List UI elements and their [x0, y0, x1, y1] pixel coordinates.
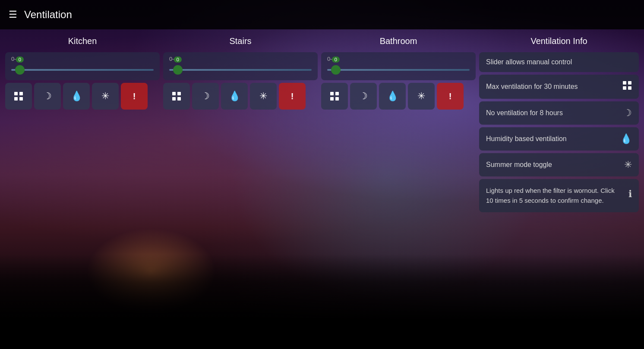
- info-card-filter[interactable]: Lights up red when the filter is wornout…: [479, 179, 639, 212]
- svg-rect-13: [628, 81, 631, 85]
- kitchen-buttons: ☽ 💧 ✳ !: [5, 83, 160, 110]
- svg-rect-2: [14, 97, 18, 101]
- kitchen-slider-container: 0–3 0: [5, 52, 160, 80]
- kitchen-slider-thumb[interactable]: 0: [15, 65, 25, 75]
- kitchen-btn-alert[interactable]: !: [121, 83, 148, 110]
- bathroom-slider-track: 0: [327, 69, 470, 71]
- menu-icon[interactable]: ☰: [9, 10, 17, 19]
- bathroom-btn-alert[interactable]: !: [437, 83, 464, 110]
- bathroom-slider-badge: 0: [332, 57, 340, 63]
- info-card-manual-text: Slider allows manual control: [486, 58, 572, 66]
- stairs-buttons: ☽ 💧 ✳ !: [163, 83, 318, 110]
- info-card-max-ventilation-text: Max ventilation for 30 minutes: [486, 83, 578, 91]
- info-panel-title: Ventilation Info: [479, 35, 639, 50]
- bathroom-btn-drop[interactable]: 💧: [379, 83, 406, 110]
- stairs-title: Stairs: [163, 35, 318, 50]
- bathroom-slider-label: 0–3: [327, 56, 470, 62]
- svg-rect-10: [330, 97, 334, 101]
- summer-mode-sun-icon: ✳: [624, 159, 632, 170]
- svg-rect-6: [172, 97, 176, 101]
- info-card-humidity[interactable]: Humidity based ventilation 💧: [479, 127, 639, 151]
- stairs-slider-badge: 0: [174, 57, 182, 63]
- humidity-drop-icon: 💧: [620, 133, 632, 145]
- kitchen-btn-moon[interactable]: ☽: [34, 83, 61, 110]
- no-ventilation-moon-icon: ☽: [623, 107, 632, 119]
- stairs-btn-moon[interactable]: ☽: [192, 83, 219, 110]
- stairs-btn-drop[interactable]: 💧: [221, 83, 248, 110]
- stairs-slider-track: 0: [169, 69, 312, 71]
- stairs-btn-grid[interactable]: [163, 83, 190, 110]
- svg-rect-15: [628, 86, 631, 90]
- bathroom-title: Bathroom: [321, 35, 476, 50]
- stairs-slider-label: 0–3: [169, 56, 312, 62]
- stairs-btn-alert[interactable]: !: [279, 83, 306, 110]
- bathroom-buttons: ☽ 💧 ✳ !: [321, 83, 476, 110]
- bathroom-btn-sun[interactable]: ✳: [408, 83, 435, 110]
- app-title: Ventilation: [24, 9, 72, 21]
- svg-rect-5: [177, 92, 181, 95]
- info-card-manual[interactable]: Slider allows manual control: [479, 52, 639, 72]
- stairs-slider-container: 0–3 0: [163, 52, 318, 80]
- stairs-slider-wrapper[interactable]: 0: [169, 64, 312, 76]
- svg-rect-14: [623, 86, 626, 90]
- kitchen-btn-grid[interactable]: [5, 83, 32, 110]
- main-content: Kitchen 0–3 0 ☽ 💧 ✳: [0, 29, 644, 349]
- info-card-humidity-text: Humidity based ventilation: [486, 135, 567, 143]
- kitchen-slider-label: 0–3: [11, 56, 154, 62]
- stairs-zone: Stairs 0–3 0 ☽ 💧 ✳ !: [163, 35, 318, 344]
- info-card-filter-text: Lights up red when the filter is wornout…: [486, 186, 623, 205]
- svg-rect-7: [177, 97, 181, 101]
- bathroom-slider-wrapper[interactable]: 0: [327, 64, 470, 76]
- kitchen-btn-drop[interactable]: 💧: [63, 83, 90, 110]
- bathroom-zone: Bathroom 0–3 0 ☽ 💧 ✳ !: [321, 35, 476, 344]
- info-card-max-ventilation[interactable]: Max ventilation for 30 minutes: [479, 75, 639, 99]
- svg-rect-0: [14, 92, 18, 95]
- bathroom-btn-moon[interactable]: ☽: [350, 83, 377, 110]
- app-header: ☰ Ventilation: [0, 0, 644, 29]
- svg-rect-12: [623, 81, 626, 85]
- info-card-summer-mode-text: Summer mode toggle: [486, 161, 552, 169]
- info-card-no-ventilation-text: No ventilation for 8 hours: [486, 109, 563, 117]
- filter-alert-icon: ℹ: [628, 187, 632, 201]
- stairs-btn-sun[interactable]: ✳: [250, 83, 277, 110]
- kitchen-slider-badge: 0: [16, 57, 24, 63]
- svg-rect-1: [19, 92, 23, 95]
- kitchen-btn-sun[interactable]: ✳: [92, 83, 119, 110]
- bathroom-slider-thumb[interactable]: 0: [331, 65, 341, 75]
- info-panel: Ventilation Info Slider allows manual co…: [479, 35, 639, 344]
- max-ventilation-grid-icon: [622, 81, 632, 93]
- stairs-slider-thumb[interactable]: 0: [173, 65, 183, 75]
- bathroom-btn-grid[interactable]: [321, 83, 348, 110]
- svg-rect-11: [335, 97, 339, 101]
- kitchen-title: Kitchen: [5, 35, 160, 50]
- info-card-summer-mode[interactable]: Summer mode toggle ✳: [479, 153, 639, 176]
- bathroom-slider-container: 0–3 0: [321, 52, 476, 80]
- info-card-no-ventilation[interactable]: No ventilation for 8 hours ☽: [479, 101, 639, 125]
- kitchen-zone: Kitchen 0–3 0 ☽ 💧 ✳: [5, 35, 160, 344]
- kitchen-slider-track: 0: [11, 69, 154, 71]
- svg-rect-8: [330, 92, 334, 95]
- kitchen-slider-wrapper[interactable]: 0: [11, 64, 154, 76]
- svg-rect-9: [335, 92, 339, 95]
- svg-rect-3: [19, 97, 23, 101]
- svg-rect-4: [172, 92, 176, 95]
